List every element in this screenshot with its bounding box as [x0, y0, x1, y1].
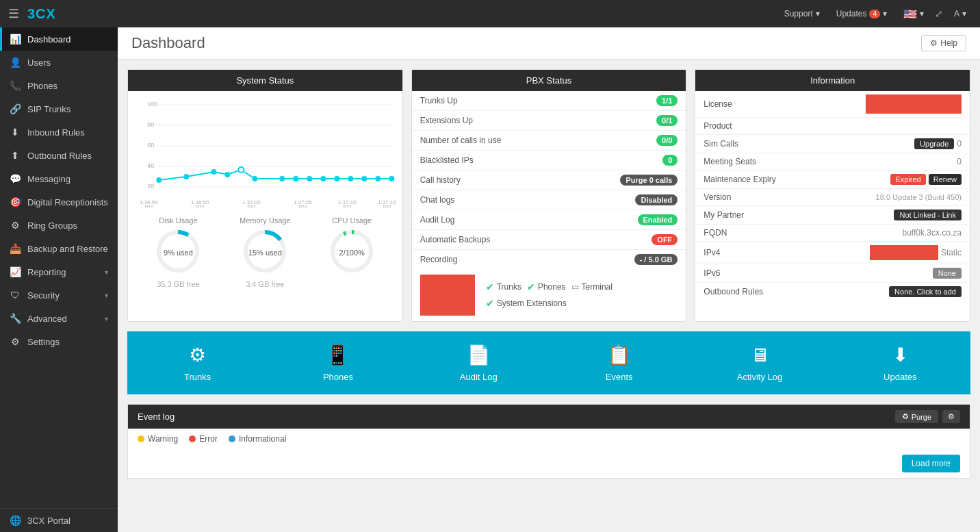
- user-menu-button[interactable]: A ▾: [949, 6, 972, 21]
- sidebar-label-security: Security: [27, 290, 60, 301]
- event-log-header: Event log ♻ Purge ⚙: [128, 405, 970, 429]
- info-table: License Product Sim Calls Upgrade 0: [695, 91, 970, 301]
- load-more-row: Load more: [128, 449, 970, 478]
- dashboard-icon: 📊: [10, 34, 21, 45]
- page-title: Dashboard: [131, 34, 205, 52]
- outbound-icon: ⬆: [10, 150, 21, 161]
- pbx-row-chat-logs: Chat logs Disabled: [412, 190, 686, 210]
- sidebar-label-inbound: Inbound Rules: [27, 127, 85, 138]
- extensions-up-tag: 0/1: [656, 115, 678, 126]
- sidebar-item-digital-receptionists[interactable]: 🎯 Digital Receptionists: [0, 190, 118, 214]
- info-row-license: License: [695, 91, 970, 118]
- sidebar-item-messaging[interactable]: 💬 Messaging: [0, 167, 118, 190]
- trunks-tile-icon: ⚙: [189, 344, 206, 366]
- purge-button[interactable]: ♻ Purge: [895, 410, 938, 423]
- phones-check-icon: ✔: [527, 281, 535, 292]
- sidebar-item-advanced[interactable]: 🔧 Advanced ▾: [0, 307, 118, 330]
- tile-activity-log[interactable]: 🖥 Activity Log: [689, 331, 829, 394]
- license-red-box: [866, 94, 962, 114]
- info-row-sim-calls: Sim Calls Upgrade 0: [695, 135, 970, 153]
- svg-point-18: [307, 176, 312, 181]
- sidebar-item-sip-trunks[interactable]: 🔗 SIP Trunks: [0, 97, 118, 121]
- help-button[interactable]: ⚙ Help: [921, 35, 966, 51]
- sidebar-item-dashboard[interactable]: 📊 Dashboard: [0, 27, 118, 51]
- sidebar-label-advanced: Advanced: [27, 314, 67, 324]
- svg-point-10: [156, 177, 162, 183]
- audit-log-tile-icon: 📄: [467, 344, 491, 366]
- tile-phones[interactable]: 📱 Phones: [268, 331, 408, 394]
- event-log-legend: Warning Error Informational: [128, 429, 970, 449]
- portal-icon: 🌐: [10, 515, 21, 526]
- disk-donut: 9% used: [154, 227, 202, 277]
- sidebar-item-portal[interactable]: 🌐 3CX Portal: [0, 509, 118, 532]
- sidebar-item-users[interactable]: 👤 Users: [0, 51, 118, 74]
- sidebar: 📊 Dashboard 👤 Users 📞 Phones 🔗 SIP Trunk…: [0, 27, 118, 532]
- reporting-icon: 📈: [10, 266, 21, 277]
- svg-point-21: [348, 176, 353, 181]
- expand-icon[interactable]: ⤢: [935, 8, 943, 19]
- phones-icon: 📞: [10, 80, 21, 91]
- pbx-status-items: ✔ Trunks ✔ Phones ▭ Terminal ✔: [486, 281, 678, 309]
- updates-button[interactable]: Updates 4 ▾: [831, 6, 892, 21]
- disk-label: Disk Usage: [138, 216, 219, 225]
- svg-point-19: [320, 176, 326, 181]
- sidebar-bottom: 🌐 3CX Portal: [0, 508, 118, 532]
- tile-audit-log[interactable]: 📄 Audit Log: [409, 331, 549, 394]
- sidebar-item-inbound-rules[interactable]: ⬇ Inbound Rules: [0, 121, 118, 144]
- updates-tile-icon: ⬇: [892, 344, 908, 366]
- events-tile-icon: 📋: [607, 344, 631, 366]
- phones-tile-icon: 📱: [326, 344, 350, 366]
- sidebar-item-ring-groups[interactable]: ⚙ Ring Groups: [0, 214, 118, 237]
- tile-updates[interactable]: ⬇ Updates: [830, 331, 970, 394]
- system-status-panel: System Status 100 80 60 40 20: [127, 69, 403, 322]
- pbx-row-backups: Automatic Backups OFF: [412, 230, 686, 250]
- sidebar-item-backup-restore[interactable]: 📥 Backup and Restore: [0, 237, 118, 260]
- svg-point-23: [375, 176, 381, 181]
- sidebar-label-reporting: Reporting: [27, 267, 66, 277]
- partner-tag[interactable]: Not Linked - Link: [894, 210, 962, 220]
- system-chart: 100 80 60 40 20: [135, 98, 396, 207]
- info-row-product: Product: [695, 118, 970, 135]
- blacklisted-tag: 0: [662, 155, 678, 166]
- legend-warning: Warning: [138, 434, 178, 444]
- svg-point-17: [293, 176, 298, 181]
- legend-error: Error: [189, 434, 218, 444]
- quick-tiles: ⚙ Trunks 📱 Phones 📄 Audit Log 📋 Events 🖥…: [118, 331, 980, 404]
- hamburger-menu[interactable]: ☰: [8, 6, 19, 21]
- svg-text:60: 60: [147, 142, 154, 149]
- sidebar-item-outbound-rules[interactable]: ⬆ Outbound Rules: [0, 144, 118, 167]
- trunks-up-tag: 1/1: [656, 95, 678, 106]
- sidebar-item-settings[interactable]: ⚙ Settings: [0, 330, 118, 353]
- language-button[interactable]: 🇺🇸 ▾: [898, 5, 929, 23]
- terminal-icon: ▭: [571, 282, 579, 292]
- memory-usage: Memory Usage 15% used 3.4 GB free: [224, 216, 306, 288]
- expired-tag: Expired: [890, 174, 925, 185]
- tile-events[interactable]: 📋 Events: [549, 331, 689, 394]
- warning-dot: [138, 435, 144, 442]
- event-log-actions: ♻ Purge ⚙: [895, 410, 960, 423]
- sysext-check-icon: ✔: [486, 298, 494, 309]
- svg-text:PM: PM: [144, 204, 153, 207]
- tile-trunks[interactable]: ⚙ Trunks: [127, 331, 268, 394]
- svg-point-13: [224, 172, 230, 177]
- sidebar-item-phones[interactable]: 📞 Phones: [0, 74, 118, 97]
- sidebar-label-digital-receptionists: Digital Receptionists: [27, 197, 108, 207]
- sidebar-item-security[interactable]: 🛡 Security ▾: [0, 283, 118, 307]
- audit-log-tag: Enabled: [638, 214, 678, 225]
- sim-calls-upgrade-tag[interactable]: Upgrade: [914, 138, 954, 149]
- sidebar-item-reporting[interactable]: 📈 Reporting ▾: [0, 260, 118, 283]
- sidebar-label-backup: Backup and Restore: [27, 244, 108, 254]
- users-icon: 👤: [10, 57, 21, 68]
- info-row-partner: My Partner Not Linked - Link: [695, 206, 970, 225]
- main-layout: 📊 Dashboard 👤 Users 📞 Phones 🔗 SIP Trunk…: [0, 27, 980, 532]
- topnav-right: Support ▾ Updates 4 ▾ 🇺🇸 ▾ ⤢ A ▾: [779, 5, 972, 23]
- load-more-button[interactable]: Load more: [902, 455, 960, 472]
- renew-tag[interactable]: Renew: [929, 174, 962, 185]
- event-log-section: Event log ♻ Purge ⚙ Warning Error: [127, 404, 970, 479]
- support-button[interactable]: Support ▾: [779, 6, 825, 21]
- event-log-settings-button[interactable]: ⚙: [942, 410, 960, 423]
- memory-free: 3.4 GB free: [224, 280, 306, 288]
- sidebar-label-settings: Settings: [27, 337, 60, 347]
- outbound-rules-tag[interactable]: None. Click to add: [889, 286, 962, 297]
- sidebar-label-messaging: Messaging: [27, 174, 70, 184]
